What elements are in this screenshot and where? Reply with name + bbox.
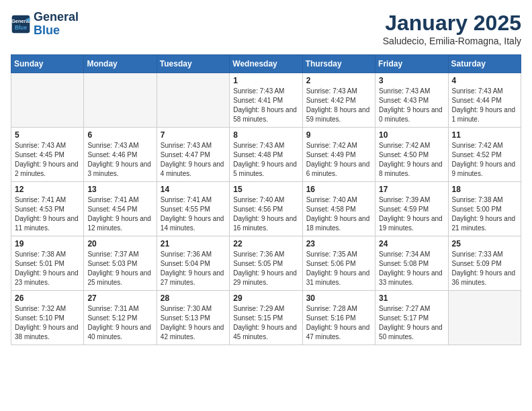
calendar-cell: 4Sunrise: 7:43 AMSunset: 4:44 PMDaylight… xyxy=(448,73,521,128)
calendar-cell: 18Sunrise: 7:38 AMSunset: 5:00 PMDayligh… xyxy=(448,182,521,236)
day-number: 2 xyxy=(306,76,371,85)
day-number: 28 xyxy=(161,293,226,303)
calendar-cell: 1Sunrise: 7:43 AMSunset: 4:41 PMDaylight… xyxy=(230,73,302,128)
day-info: Sunrise: 7:43 AMSunset: 4:42 PMDaylight:… xyxy=(306,87,371,124)
day-number: 20 xyxy=(87,239,152,248)
day-info: Sunrise: 7:41 AMSunset: 4:53 PMDaylight:… xyxy=(15,195,80,233)
calendar-header-row: SundayMondayTuesdayWednesdayThursdayFrid… xyxy=(11,55,521,73)
calendar-cell: 31Sunrise: 7:27 AMSunset: 5:17 PMDayligh… xyxy=(375,291,448,345)
calendar-week-row: 12Sunrise: 7:41 AMSunset: 4:53 PMDayligh… xyxy=(11,182,521,236)
calendar-week-row: 1Sunrise: 7:43 AMSunset: 4:41 PMDaylight… xyxy=(11,73,521,128)
title-block: January 2025 Saludecio, Emilia-Romagna, … xyxy=(383,11,521,46)
calendar-week-row: 26Sunrise: 7:32 AMSunset: 5:10 PMDayligh… xyxy=(11,291,521,345)
calendar-cell: 5Sunrise: 7:43 AMSunset: 4:45 PMDaylight… xyxy=(11,128,84,182)
calendar-cell: 11Sunrise: 7:42 AMSunset: 4:52 PMDayligh… xyxy=(448,128,521,182)
day-info: Sunrise: 7:36 AMSunset: 5:04 PMDaylight:… xyxy=(161,250,226,287)
day-info: Sunrise: 7:43 AMSunset: 4:47 PMDaylight:… xyxy=(161,141,226,179)
day-number: 10 xyxy=(379,130,444,140)
svg-text:Blue: Blue xyxy=(15,24,27,30)
day-info: Sunrise: 7:43 AMSunset: 4:44 PMDaylight:… xyxy=(452,87,517,124)
calendar-cell: 15Sunrise: 7:40 AMSunset: 4:56 PMDayligh… xyxy=(230,182,302,236)
calendar-cell: 10Sunrise: 7:42 AMSunset: 4:50 PMDayligh… xyxy=(375,128,448,182)
calendar-cell: 8Sunrise: 7:43 AMSunset: 4:48 PMDaylight… xyxy=(230,128,302,182)
calendar-title: January 2025 xyxy=(383,11,521,36)
logo-icon: General Blue xyxy=(11,14,31,34)
day-header-friday: Friday xyxy=(375,55,448,73)
calendar-cell xyxy=(157,73,229,128)
calendar-cell: 30Sunrise: 7:28 AMSunset: 5:16 PMDayligh… xyxy=(302,291,375,345)
day-number: 7 xyxy=(161,130,226,140)
day-info: Sunrise: 7:43 AMSunset: 4:46 PMDaylight:… xyxy=(87,141,152,179)
logo-text-general: General xyxy=(34,11,79,24)
day-info: Sunrise: 7:42 AMSunset: 4:52 PMDaylight:… xyxy=(452,141,517,179)
day-info: Sunrise: 7:41 AMSunset: 4:54 PMDaylight:… xyxy=(87,195,152,233)
calendar-cell: 9Sunrise: 7:42 AMSunset: 4:49 PMDaylight… xyxy=(302,128,375,182)
calendar-week-row: 19Sunrise: 7:38 AMSunset: 5:01 PMDayligh… xyxy=(11,236,521,291)
day-number: 23 xyxy=(306,239,371,248)
day-header-saturday: Saturday xyxy=(448,55,521,73)
day-number: 25 xyxy=(452,239,517,248)
day-number: 5 xyxy=(15,130,80,140)
day-info: Sunrise: 7:43 AMSunset: 4:41 PMDaylight:… xyxy=(233,87,298,124)
day-number: 16 xyxy=(306,185,371,194)
day-info: Sunrise: 7:38 AMSunset: 5:00 PMDaylight:… xyxy=(452,195,517,233)
day-info: Sunrise: 7:38 AMSunset: 5:01 PMDaylight:… xyxy=(15,250,80,287)
calendar-cell: 20Sunrise: 7:37 AMSunset: 5:03 PMDayligh… xyxy=(84,236,157,291)
day-info: Sunrise: 7:35 AMSunset: 5:06 PMDaylight:… xyxy=(306,250,371,287)
day-info: Sunrise: 7:30 AMSunset: 5:13 PMDaylight:… xyxy=(161,304,226,342)
calendar-cell: 2Sunrise: 7:43 AMSunset: 4:42 PMDaylight… xyxy=(302,73,375,128)
day-info: Sunrise: 7:41 AMSunset: 4:55 PMDaylight:… xyxy=(161,195,226,233)
day-info: Sunrise: 7:28 AMSunset: 5:16 PMDaylight:… xyxy=(306,304,371,342)
day-info: Sunrise: 7:42 AMSunset: 4:50 PMDaylight:… xyxy=(379,141,444,179)
day-number: 12 xyxy=(15,185,80,194)
day-header-thursday: Thursday xyxy=(302,55,375,73)
calendar-cell: 7Sunrise: 7:43 AMSunset: 4:47 PMDaylight… xyxy=(157,128,229,182)
day-info: Sunrise: 7:29 AMSunset: 5:15 PMDaylight:… xyxy=(233,304,298,342)
calendar-cell: 28Sunrise: 7:30 AMSunset: 5:13 PMDayligh… xyxy=(157,291,229,345)
day-info: Sunrise: 7:40 AMSunset: 4:58 PMDaylight:… xyxy=(306,195,371,233)
day-number: 30 xyxy=(306,293,371,303)
day-number: 18 xyxy=(452,185,517,194)
calendar-cell: 29Sunrise: 7:29 AMSunset: 5:15 PMDayligh… xyxy=(230,291,302,345)
day-number: 29 xyxy=(233,293,298,303)
day-info: Sunrise: 7:39 AMSunset: 4:59 PMDaylight:… xyxy=(379,195,444,233)
day-number: 27 xyxy=(87,293,152,303)
day-number: 17 xyxy=(379,185,444,194)
day-info: Sunrise: 7:37 AMSunset: 5:03 PMDaylight:… xyxy=(87,250,152,287)
calendar-cell: 3Sunrise: 7:43 AMSunset: 4:43 PMDaylight… xyxy=(375,73,448,128)
day-number: 31 xyxy=(379,293,444,303)
calendar-cell: 16Sunrise: 7:40 AMSunset: 4:58 PMDayligh… xyxy=(302,182,375,236)
day-number: 24 xyxy=(379,239,444,248)
calendar-subtitle: Saludecio, Emilia-Romagna, Italy xyxy=(383,36,521,46)
calendar-cell: 22Sunrise: 7:36 AMSunset: 5:05 PMDayligh… xyxy=(230,236,302,291)
day-number: 26 xyxy=(15,293,80,303)
page-header: General Blue General Blue January 2025 S… xyxy=(11,11,521,46)
day-number: 9 xyxy=(306,130,371,140)
day-number: 11 xyxy=(452,130,517,140)
calendar-cell: 23Sunrise: 7:35 AMSunset: 5:06 PMDayligh… xyxy=(302,236,375,291)
day-number: 4 xyxy=(452,76,517,85)
calendar-cell: 26Sunrise: 7:32 AMSunset: 5:10 PMDayligh… xyxy=(11,291,84,345)
calendar-table: SundayMondayTuesdayWednesdayThursdayFrid… xyxy=(11,54,521,345)
day-info: Sunrise: 7:31 AMSunset: 5:12 PMDaylight:… xyxy=(87,304,152,342)
day-info: Sunrise: 7:32 AMSunset: 5:10 PMDaylight:… xyxy=(15,304,80,342)
day-header-wednesday: Wednesday xyxy=(230,55,302,73)
day-info: Sunrise: 7:40 AMSunset: 4:56 PMDaylight:… xyxy=(233,195,298,233)
calendar-cell: 21Sunrise: 7:36 AMSunset: 5:04 PMDayligh… xyxy=(157,236,229,291)
calendar-cell: 19Sunrise: 7:38 AMSunset: 5:01 PMDayligh… xyxy=(11,236,84,291)
calendar-cell: 24Sunrise: 7:34 AMSunset: 5:08 PMDayligh… xyxy=(375,236,448,291)
calendar-cell: 12Sunrise: 7:41 AMSunset: 4:53 PMDayligh… xyxy=(11,182,84,236)
calendar-cell: 25Sunrise: 7:33 AMSunset: 5:09 PMDayligh… xyxy=(448,236,521,291)
day-number: 22 xyxy=(233,239,298,248)
day-number: 1 xyxy=(233,76,298,85)
day-info: Sunrise: 7:42 AMSunset: 4:49 PMDaylight:… xyxy=(306,141,371,179)
day-info: Sunrise: 7:36 AMSunset: 5:05 PMDaylight:… xyxy=(233,250,298,287)
calendar-cell: 14Sunrise: 7:41 AMSunset: 4:55 PMDayligh… xyxy=(157,182,229,236)
day-number: 13 xyxy=(87,185,152,194)
day-number: 21 xyxy=(161,239,226,248)
day-info: Sunrise: 7:43 AMSunset: 4:45 PMDaylight:… xyxy=(15,141,80,179)
calendar-cell xyxy=(11,73,84,128)
day-info: Sunrise: 7:27 AMSunset: 5:17 PMDaylight:… xyxy=(379,304,444,342)
logo: General Blue General Blue xyxy=(11,11,79,38)
calendar-week-row: 5Sunrise: 7:43 AMSunset: 4:45 PMDaylight… xyxy=(11,128,521,182)
